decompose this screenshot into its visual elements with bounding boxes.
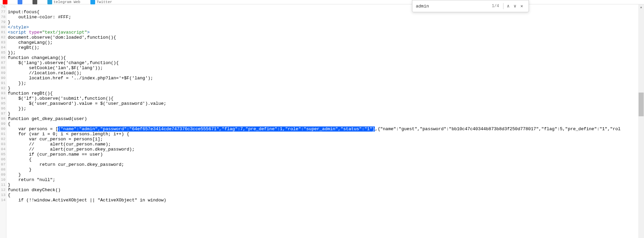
find-input[interactable]: admin <box>416 4 489 9</box>
line-number: 92 <box>0 86 6 91</box>
line-number: 02 <box>0 137 6 142</box>
code-line: function dkeyCheck() <box>8 187 644 193</box>
line-number: 90 <box>0 76 6 81</box>
vertical-scrollbar[interactable]: ▲ <box>638 4 644 238</box>
line-number-gutter: 7677787980818283848586878889909192939495… <box>0 4 6 238</box>
line-number: 85 <box>0 50 6 55</box>
line-number: 03 <box>0 142 6 147</box>
line-number: 91 <box>0 81 6 86</box>
bookmark-icon <box>33 0 37 4</box>
line-number: 83 <box>0 40 6 45</box>
line-number: 06 <box>0 157 6 162</box>
line-number: 89 <box>0 71 6 76</box>
close-icon: ✕ <box>520 3 523 9</box>
code-editor: 7677787980818283848586878889909192939495… <box>0 4 644 238</box>
line-number: 79 <box>0 20 6 25</box>
line-number: 88 <box>0 65 6 71</box>
telegram-icon <box>47 0 52 4</box>
code-line: $('lf').observe('submit',function(){ <box>8 96 644 101</box>
code-line: location.href = '../index.php?lan='+$F('… <box>8 76 644 81</box>
line-number: 14 <box>0 198 6 203</box>
code-line: if (!!window.ActiveXObject || "ActiveXOb… <box>8 198 644 203</box>
find-bar: admin 1/4 ∧ ∨ ✕ <box>412 0 529 12</box>
chevron-up-icon: ∧ <box>507 3 510 9</box>
line-number: 84 <box>0 45 6 50</box>
line-number: 01 <box>0 132 6 137</box>
code-line: var persons = [{"name":"admin","password… <box>8 126 644 132</box>
selection: {"name":"admin","password":"64ef657e3414… <box>58 126 375 132</box>
bookmark-label: Twitter <box>96 0 112 4</box>
code-line: for (var i = 0; i < persons.length; i++)… <box>8 132 644 137</box>
code-line: $('lang').observe('change',function(){ <box>8 60 644 65</box>
line-number: 76 <box>0 4 6 9</box>
line-number: 94 <box>0 96 6 101</box>
code-line: regBt(); <box>8 45 644 50</box>
code-line: }); <box>8 50 644 55</box>
code-line: // alert(cur_person.dkey_password); <box>8 147 644 152</box>
find-close-button[interactable]: ✕ <box>518 3 525 9</box>
line-number: 97 <box>0 111 6 116</box>
code-line: function get_dkey_passwd(user) <box>8 116 644 121</box>
divider <box>503 3 503 9</box>
scroll-up-arrow[interactable]: ▲ <box>638 4 644 10</box>
code-line: changeLang(); <box>8 40 644 45</box>
bookmark-icon <box>18 0 22 4</box>
line-number: 95 <box>0 101 6 106</box>
line-number: 81 <box>0 30 6 35</box>
line-number: 07 <box>0 162 6 167</box>
bookmark-item[interactable]: telegram Web <box>47 0 80 4</box>
find-next-button[interactable]: ∨ <box>512 3 518 9</box>
code-line: setCookie('lan',$F('lang')); <box>8 65 644 71</box>
bookmarks-bar: telegram Web Twitter admin 1/4 ∧ ∨ ✕ <box>0 0 644 4</box>
scroll-thumb[interactable] <box>639 93 644 116</box>
code-line: if (cur_person.name == user) <box>8 152 644 157</box>
code-line: }); <box>8 81 644 86</box>
line-number: 86 <box>0 55 6 60</box>
line-number: 04 <box>0 147 6 152</box>
line-number: 11 <box>0 182 6 187</box>
line-number: 00 <box>0 126 6 132</box>
find-prev-button[interactable]: ∧ <box>505 3 512 9</box>
code-line: { <box>8 193 644 198</box>
twitter-icon <box>90 0 95 4</box>
line-number: 82 <box>0 35 6 40</box>
code-line: outline-color: #FFF; <box>8 15 644 20</box>
line-number: 08 <box>0 167 6 172</box>
code-line: } <box>8 182 644 187</box>
code-line: } <box>8 20 644 25</box>
code-line: function regBt(){ <box>8 91 644 96</box>
code-line: // alert(cur_person.name); <box>8 142 644 147</box>
bookmark-item[interactable] <box>18 0 22 4</box>
bookmark-item[interactable] <box>33 0 37 4</box>
code-line: return cur_person.dkey_password; <box>8 162 644 167</box>
code-line: } <box>8 111 644 116</box>
code-line <box>8 4 644 9</box>
code-line: }); <box>8 106 644 111</box>
code-line: function changeLang(){ <box>8 55 644 60</box>
code-line: </style> <box>8 25 644 30</box>
bookmark-item[interactable]: Twitter <box>90 0 112 4</box>
code-line: document.observe('dom:loaded',function()… <box>8 35 644 40</box>
line-number: 10 <box>0 177 6 182</box>
line-number: 80 <box>0 25 6 30</box>
line-number: 98 <box>0 116 6 121</box>
code-line: //location.reload(); <box>8 71 644 76</box>
code-line: { <box>8 121 644 126</box>
line-number: 96 <box>0 106 6 111</box>
bookmark-icon <box>3 0 7 4</box>
line-number: 12 <box>0 187 6 193</box>
code-line: } <box>8 172 644 177</box>
code-line: { <box>8 157 644 162</box>
line-number: 78 <box>0 15 6 20</box>
code-line: } <box>8 167 644 172</box>
code-area[interactable]: input:focus{ outline-color: #FFF;}</styl… <box>6 4 644 238</box>
line-number: 05 <box>0 152 6 157</box>
code-line: $('user_password').value = $('user_passw… <box>8 101 644 106</box>
line-number: 09 <box>0 172 6 177</box>
code-line: } <box>8 86 644 91</box>
code-line: <script type="text/javascript"> <box>8 30 644 35</box>
code-line: return "null"; <box>8 177 644 182</box>
find-count: 1/4 <box>489 4 502 8</box>
line-number: 99 <box>0 121 6 126</box>
bookmark-item[interactable] <box>3 0 7 4</box>
